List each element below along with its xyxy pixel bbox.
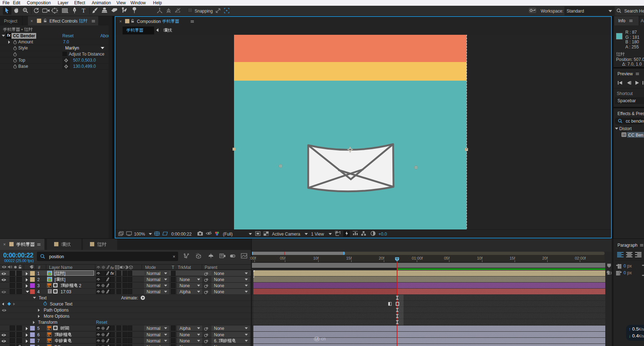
svg-text:Ai: Ai — [48, 340, 50, 342]
svg-text:Ai: Ai — [48, 334, 50, 336]
svg-text:Ai: Ai — [48, 328, 50, 330]
svg-text:T: T — [49, 289, 51, 293]
svg-text:Ai: Ai — [48, 285, 50, 287]
